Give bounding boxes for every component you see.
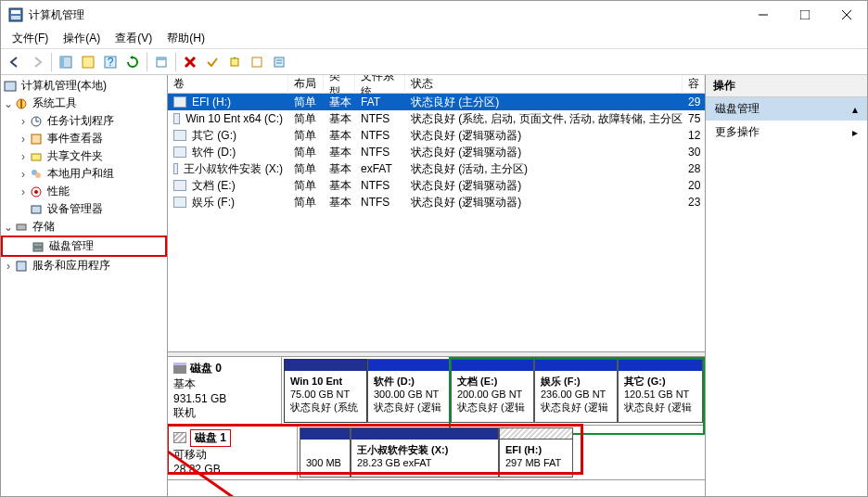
menu-file[interactable]: 文件(F): [5, 29, 56, 48]
arrow-annotation: [168, 413, 335, 498]
chevron-right-icon: ▸: [852, 126, 858, 139]
tree-perf[interactable]: ›性能: [1, 183, 167, 200]
actions-header: 操作: [706, 75, 867, 97]
toolbar-icon[interactable]: [78, 52, 98, 72]
volume-header: 卷 布局 类型 文件系统 状态 容: [168, 75, 705, 94]
tree-root[interactable]: 计算机管理(本地): [1, 77, 167, 95]
svg-rect-33: [32, 206, 41, 213]
volume-row[interactable]: 其它 (G:) 简单 基本 NTFS 状态良好 (逻辑驱动器) 12: [168, 127, 705, 144]
volume-icon: [173, 147, 186, 158]
col-volume[interactable]: 卷: [168, 75, 288, 94]
back-button[interactable]: [5, 52, 25, 72]
tree-users[interactable]: ›本地用户和组: [1, 165, 167, 183]
maximize-button[interactable]: [784, 1, 825, 29]
disk-partitions: Win 10 Ent75.00 GB NT状态良好 (系统 软件 (D:)300…: [282, 357, 705, 425]
volume-list: EFI (H:) 简单 基本 FAT 状态良好 (主分区) 29Win 10 E…: [168, 94, 705, 210]
partition[interactable]: 文档 (E:)200.00 GB NT状态良好 (逻辑: [451, 359, 534, 423]
menu-action[interactable]: 操作(A): [56, 29, 108, 48]
svg-text:?: ?: [108, 56, 114, 69]
minimize-button[interactable]: [742, 1, 784, 29]
toolbar-icon[interactable]: ?: [100, 52, 121, 72]
svg-point-30: [35, 172, 41, 178]
menu-bar: 文件(F) 操作(A) 查看(V) 帮助(H): [1, 29, 867, 49]
tree-services[interactable]: ›服务和应用程序: [1, 257, 167, 274]
svg-rect-1: [11, 10, 20, 14]
delete-icon[interactable]: [180, 52, 200, 72]
disk-partitions: 300 MB王小叔软件安装 (X:)28.23 GB exFATEFI (H:)…: [298, 426, 705, 479]
svg-rect-34: [17, 224, 26, 230]
toolbar-icon[interactable]: [247, 52, 267, 72]
tree-task[interactable]: ›任务计划程序: [1, 112, 167, 130]
forward-button[interactable]: [27, 52, 47, 72]
svg-rect-17: [252, 57, 262, 67]
disk-graphical: 磁盘 0 基本 931.51 GB 联机 Win 10 Ent75.00 GB …: [168, 357, 705, 498]
svg-rect-8: [60, 57, 64, 68]
toolbar: ?: [1, 49, 867, 75]
volume-row[interactable]: 王小叔软件安装 (X:) 简单 基本 exFAT 状态良好 (活动, 主分区) …: [168, 160, 705, 177]
col-status[interactable]: 状态: [405, 75, 683, 94]
volume-row[interactable]: 软件 (D:) 简单 基本 NTFS 状态良好 (逻辑驱动器) 30: [168, 144, 705, 160]
actions-pane: 操作 磁盘管理 ▴ 更多操作 ▸: [706, 75, 867, 497]
tree-storage[interactable]: ⌄存储: [1, 218, 167, 236]
window-title: 计算机管理: [29, 7, 742, 23]
svg-point-32: [34, 190, 38, 194]
partition[interactable]: 娱乐 (F:)236.00 GB NT状态良好 (逻辑: [534, 359, 618, 423]
volume-row[interactable]: EFI (H:) 简单 基本 FAT 状态良好 (主分区) 29: [168, 94, 705, 110]
partition[interactable]: EFI (H:)297 MB FAT: [499, 427, 573, 478]
tree-event[interactable]: ›事件查看器: [1, 130, 167, 147]
refresh-button[interactable]: [122, 52, 143, 72]
svg-rect-35: [33, 243, 43, 247]
app-icon: [8, 7, 23, 22]
volume-row[interactable]: 文档 (E:) 简单 基本 NTFS 状态良好 (逻辑驱动器) 20: [168, 177, 705, 194]
check-icon[interactable]: [202, 52, 223, 72]
svg-rect-37: [17, 261, 26, 271]
svg-rect-4: [800, 10, 810, 19]
svg-rect-36: [33, 248, 43, 251]
toolbar-icon[interactable]: [56, 52, 76, 72]
volume-icon: [173, 180, 186, 191]
tree-diskmgmt[interactable]: 磁盘管理: [1, 236, 167, 257]
tree-shared[interactable]: ›共享文件夹: [1, 147, 167, 165]
svg-rect-28: [32, 154, 41, 160]
collapse-icon: ▴: [852, 103, 858, 116]
col-cap[interactable]: 容: [683, 75, 705, 94]
partition[interactable]: 其它 (G:)120.51 GB NT状态良好 (逻辑: [618, 359, 703, 423]
partition[interactable]: 王小叔软件安装 (X:)28.23 GB exFAT: [351, 427, 499, 478]
volume-icon: [173, 163, 178, 174]
svg-rect-2: [11, 16, 20, 19]
tree-devmgr[interactable]: 设备管理器: [1, 200, 167, 218]
action-more[interactable]: 更多操作 ▸: [706, 121, 867, 144]
navigation-tree: 计算机管理(本地) ⌄系统工具 ›任务计划程序 ›事件查看器 ›共享文件夹 ›本…: [1, 75, 168, 497]
volume-icon: [173, 197, 186, 208]
svg-line-38: [168, 413, 298, 498]
volume-icon: [173, 130, 186, 141]
svg-rect-13: [157, 57, 166, 60]
toolbar-icon[interactable]: [224, 52, 245, 72]
main-content: 卷 布局 类型 文件系统 状态 容 EFI (H:) 简单 基本 FAT 状态良…: [168, 75, 706, 497]
tree-systools[interactable]: ⌄系统工具: [1, 95, 167, 112]
title-bar: 计算机管理: [1, 1, 867, 29]
svg-rect-27: [32, 134, 41, 144]
menu-help[interactable]: 帮助(H): [160, 29, 212, 48]
toolbar-icon[interactable]: [151, 52, 172, 72]
svg-rect-21: [5, 82, 16, 91]
menu-view[interactable]: 查看(V): [108, 29, 160, 48]
volume-icon: [173, 96, 186, 108]
disk-icon: [173, 363, 186, 374]
svg-rect-18: [274, 57, 284, 67]
svg-rect-23: [20, 99, 22, 108]
toolbar-icon[interactable]: [269, 52, 289, 72]
svg-rect-16: [231, 58, 238, 66]
svg-rect-9: [83, 57, 94, 68]
volume-row[interactable]: Win 10 Ent x64 (C:) 简单 基本 NTFS 状态良好 (系统,…: [168, 110, 705, 127]
volume-icon: [173, 113, 180, 124]
partition[interactable]: 软件 (D:)300.00 GB NT状态良好 (逻辑: [367, 359, 451, 423]
col-layout[interactable]: 布局: [288, 75, 324, 94]
close-button[interactable]: [825, 1, 867, 29]
volume-row[interactable]: 娱乐 (F:) 简单 基本 NTFS 状态良好 (逻辑驱动器) 23: [168, 194, 705, 210]
action-diskmgmt[interactable]: 磁盘管理 ▴: [706, 97, 867, 121]
